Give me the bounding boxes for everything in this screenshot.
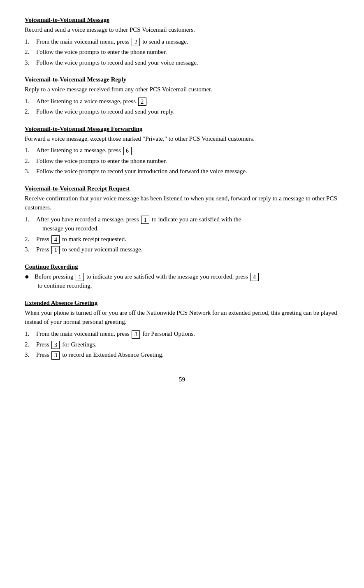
- list-num: 1.: [25, 37, 36, 46]
- list-item: 1. After you have recorded a message, pr…: [25, 215, 339, 233]
- section-voicemail-to-voicemail-message: Voicemail-to-Voicemail Message Record an…: [25, 16, 339, 67]
- list-content: Before pressing 1 to indicate you are sa…: [35, 272, 339, 291]
- list-content: Follow the voice prompts to record your …: [36, 167, 339, 176]
- key-1: 1: [76, 273, 84, 281]
- list-content: Follow the voice prompts to enter the ph…: [36, 47, 339, 57]
- list-item: ● Before pressing 1 to indicate you are …: [25, 272, 339, 291]
- list-content: After listening to a voice message, pres…: [36, 97, 339, 106]
- list-content: Press 3 for Greetings.: [36, 340, 339, 349]
- list-item: 3. Press 3 to record an Extended Absence…: [25, 350, 339, 360]
- section-desc-3: Forward a voice message, except those ma…: [25, 134, 339, 144]
- bullet-list: ● Before pressing 1 to indicate you are …: [25, 272, 339, 291]
- list-item: 2. Press 3 for Greetings.: [25, 340, 339, 349]
- list-content: Press 3 to record an Extended Absence Gr…: [36, 350, 339, 360]
- list-2: 1. After listening to a voice message, p…: [25, 97, 339, 116]
- section-voicemail-forwarding: Voicemail-to-Voicemail Message Forwardin…: [25, 126, 339, 176]
- list-item: 1. From the main voicemail menu, press 3…: [25, 329, 339, 339]
- section-title-5: Continue Recording: [25, 263, 339, 270]
- section-continue-recording: Continue Recording ● Before pressing 1 t…: [25, 263, 339, 291]
- list-num: 1.: [25, 146, 36, 155]
- section-title-4: Voicemail-to-Voicemail Receipt Request: [25, 185, 339, 192]
- section-desc-6: When your phone is turned off or you are…: [25, 308, 339, 327]
- list-num: 3.: [25, 167, 36, 176]
- list-content: After you have recorded a message, press…: [36, 215, 339, 233]
- key-4: 4: [250, 273, 259, 281]
- list-num: 1.: [25, 215, 36, 224]
- list-item: 3. Follow the voice prompts to record an…: [25, 58, 339, 67]
- list-3: 1. After listening to a message, press 6…: [25, 146, 339, 176]
- section-desc-1: Record and send a voice message to other…: [25, 25, 339, 35]
- section-title-3: Voicemail-to-Voicemail Message Forwardin…: [25, 126, 339, 132]
- list-content: Follow the voice prompts to enter the ph…: [36, 156, 339, 166]
- key-2: 2: [138, 98, 146, 106]
- section-desc-4: Receive confirmation that your voice mes…: [25, 194, 339, 212]
- key-1: 1: [51, 246, 60, 254]
- key-6: 6: [123, 147, 132, 155]
- list-num: 2.: [25, 340, 36, 349]
- list-num: 1.: [25, 329, 36, 339]
- list-content: From the main voicemail menu, press 3 fo…: [36, 329, 339, 339]
- key-3: 3: [51, 351, 60, 360]
- list-item: 2. Follow the voice prompts to record an…: [25, 107, 339, 116]
- list-item: 3. Press 1 to send your voicemail messag…: [25, 245, 339, 254]
- section-title-1: Voicemail-to-Voicemail Message: [25, 16, 339, 23]
- list-num: 2.: [25, 156, 36, 166]
- section-voicemail-reply: Voicemail-to-Voicemail Message Reply Rep…: [25, 76, 339, 116]
- list-item: 2. Follow the voice prompts to enter the…: [25, 47, 339, 57]
- list-item: 1. After listening to a voice message, p…: [25, 97, 339, 106]
- section-extended-absence: Extended Absence Greeting When your phon…: [25, 300, 339, 360]
- list-item: 2. Follow the voice prompts to enter the…: [25, 156, 339, 166]
- list-1: 1. From the main voicemail menu, press 2…: [25, 37, 339, 67]
- section-desc-2: Reply to a voice message received from a…: [25, 85, 339, 94]
- list-num: 1.: [25, 97, 36, 106]
- key-1: 1: [141, 216, 149, 224]
- list-content: After listening to a message, press 6.: [36, 146, 339, 155]
- key-2: 2: [132, 38, 140, 46]
- list-6: 1. From the main voicemail menu, press 3…: [25, 329, 339, 360]
- list-num: 2.: [25, 235, 36, 244]
- list-content: Press 1 to send your voicemail message.: [36, 245, 339, 254]
- key-3: 3: [132, 330, 140, 339]
- list-content: Follow the voice prompts to record and s…: [36, 58, 339, 67]
- section-title-2: Voicemail-to-Voicemail Message Reply: [25, 76, 339, 83]
- list-num: 2.: [25, 47, 36, 57]
- page-number: 59: [25, 376, 339, 383]
- list-num: 3.: [25, 350, 36, 360]
- list-item: 1. After listening to a message, press 6…: [25, 146, 339, 155]
- page-content: Voicemail-to-Voicemail Message Record an…: [25, 16, 339, 383]
- list-item: 3. Follow the voice prompts to record yo…: [25, 167, 339, 176]
- key-4: 4: [51, 235, 60, 244]
- list-content: From the main voicemail menu, press 2 to…: [36, 37, 339, 46]
- list-4: 1. After you have recorded a message, pr…: [25, 215, 339, 254]
- section-receipt-request: Voicemail-to-Voicemail Receipt Request R…: [25, 185, 339, 254]
- key-3: 3: [51, 341, 60, 349]
- list-num: 3.: [25, 245, 36, 254]
- list-item: 2. Press 4 to mark receipt requested.: [25, 235, 339, 244]
- list-content: Follow the voice prompts to record and s…: [36, 107, 339, 116]
- list-item: 1. From the main voicemail menu, press 2…: [25, 37, 339, 46]
- bullet-dot: ●: [25, 272, 35, 281]
- list-content: Press 4 to mark receipt requested.: [36, 235, 339, 244]
- list-num: 2.: [25, 107, 36, 116]
- section-title-6: Extended Absence Greeting: [25, 300, 339, 307]
- list-num: 3.: [25, 58, 36, 67]
